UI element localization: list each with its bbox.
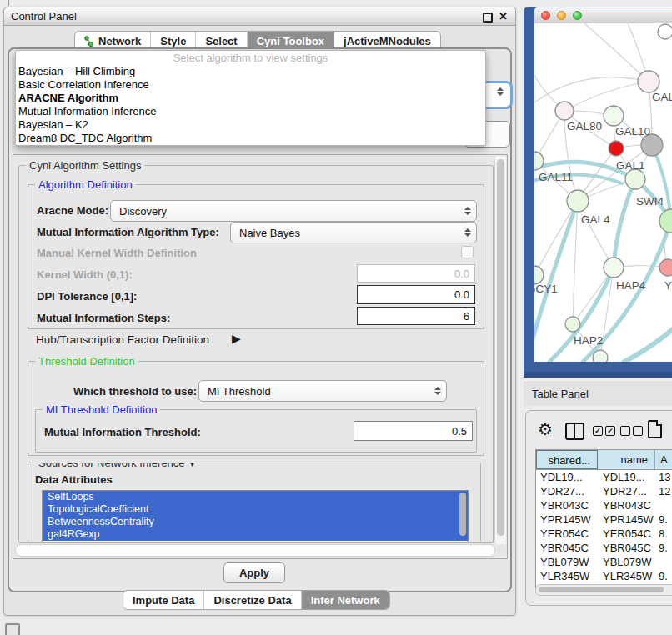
data-attributes-items: SelfLoopsTopologicalCoefficientBetweenne… bbox=[43, 491, 468, 541]
combo-value: MI Threshold bbox=[199, 385, 431, 398]
network-node[interactable] bbox=[659, 259, 672, 276]
table-row[interactable]: YLR345WYLR345W9. bbox=[536, 569, 672, 583]
control-panel-titlebar[interactable]: Control Panel ✕ bbox=[4, 8, 515, 26]
network-node[interactable] bbox=[565, 317, 580, 332]
data-attribute-item[interactable]: SelfLoops bbox=[43, 491, 468, 503]
algorithm-option[interactable]: Bayesian – Hill Climbing bbox=[16, 65, 485, 78]
algorithm-option[interactable]: ARACNE Algorithm bbox=[16, 92, 485, 105]
collapse-down-icon[interactable]: ▼ bbox=[188, 462, 197, 468]
table-cell: 8. bbox=[655, 527, 672, 541]
network-node[interactable] bbox=[609, 141, 624, 156]
table-cell: 13 bbox=[655, 470, 672, 484]
table-row[interactable]: YBR043CYBR043C bbox=[536, 498, 672, 512]
node-label: GAL bbox=[652, 91, 672, 103]
network-view-window[interactable]: GALGAL80GAL10GAL1SWI4GAL11GAL4GCY1HAP4YH… bbox=[524, 7, 672, 378]
sources-title-text: Sources for Network Inference bbox=[38, 462, 185, 469]
column-header[interactable]: A bbox=[655, 450, 672, 469]
table-horizontal-scrollbar[interactable] bbox=[535, 584, 672, 596]
screen: Control Panel ✕ Network Style Select Cyn… bbox=[0, 0, 672, 635]
apply-button[interactable]: Apply bbox=[223, 562, 285, 583]
network-edge-highlighted bbox=[614, 179, 635, 268]
algorithm-option[interactable]: Dream8 DC_TDC Algorithm bbox=[16, 132, 485, 145]
network-node[interactable] bbox=[659, 209, 672, 232]
combo-spinner-icon bbox=[461, 228, 474, 237]
columns-icon[interactable] bbox=[565, 422, 584, 440]
aracne-mode-combo[interactable]: Discovery bbox=[110, 200, 477, 222]
table-cell: YDR27... bbox=[598, 484, 655, 498]
close-traffic-light-icon[interactable] bbox=[541, 11, 550, 20]
table-row[interactable]: YPR145WYPR145W9. bbox=[536, 512, 672, 527]
manual-kernel-checkbox[interactable] bbox=[461, 246, 474, 258]
node-label: GAL80 bbox=[567, 120, 602, 132]
table-cell: YPR145W bbox=[536, 512, 598, 527]
scrollbar-thumb[interactable] bbox=[497, 159, 504, 536]
network-node[interactable] bbox=[567, 190, 589, 212]
network-node[interactable] bbox=[604, 106, 624, 126]
data-attribute-item[interactable]: TopologicalCoefficient bbox=[43, 503, 468, 516]
network-icon bbox=[84, 36, 94, 47]
expand-right-icon[interactable]: ▶ bbox=[232, 332, 241, 345]
table-cell: YDL19... bbox=[598, 470, 655, 484]
column-header[interactable]: name bbox=[598, 450, 655, 469]
gear-icon[interactable]: ⚙ bbox=[538, 419, 553, 439]
dpi-tolerance-field[interactable]: 0.0 bbox=[357, 285, 475, 304]
data-attributes-label: Data Attributes bbox=[35, 473, 113, 486]
select-all-columns-icon[interactable]: ✓ ✓ bbox=[593, 426, 615, 436]
deselect-all-columns-icon[interactable] bbox=[620, 426, 643, 436]
mi-threshold-field[interactable]: 0.5 bbox=[354, 421, 473, 441]
network-canvas[interactable]: GALGAL80GAL10GAL1SWI4GAL11GAL4GCY1HAP4YH… bbox=[534, 23, 672, 362]
zoom-traffic-light-icon[interactable] bbox=[573, 11, 582, 20]
network-node[interactable] bbox=[625, 169, 645, 189]
table-cell: YBR045C bbox=[536, 541, 598, 555]
float-window-icon[interactable] bbox=[483, 12, 493, 22]
table-cell: 12 bbox=[655, 484, 672, 498]
dpi-tolerance-label: DPI Tolerance [0,1]: bbox=[37, 290, 137, 302]
which-threshold-combo[interactable]: MI Threshold bbox=[198, 380, 447, 402]
table-row[interactable]: YDR27...YDR27...12 bbox=[536, 484, 672, 498]
algorithm-option[interactable]: Mutual Information Inference bbox=[16, 105, 485, 118]
sources-group: Sources for Network Inference ▼ Data Att… bbox=[28, 462, 481, 542]
vertical-scrollbar[interactable] bbox=[494, 156, 506, 544]
collapsed-panel-icon[interactable] bbox=[5, 623, 20, 635]
algorithm-option[interactable]: Bayesian – K2 bbox=[16, 118, 485, 132]
scrollbar-thumb[interactable] bbox=[539, 587, 664, 592]
table-row[interactable]: YBL079WYBL079W bbox=[536, 555, 672, 569]
network-node[interactable] bbox=[658, 24, 672, 39]
tab-label: Select bbox=[205, 35, 237, 48]
network-node[interactable] bbox=[604, 258, 624, 278]
column-header[interactable]: shared... bbox=[536, 450, 598, 469]
list-scrollbar-thumb[interactable] bbox=[459, 492, 466, 536]
network-node[interactable] bbox=[555, 102, 574, 120]
network-node[interactable] bbox=[593, 350, 608, 362]
data-attribute-item[interactable]: gal4RGexp bbox=[43, 528, 468, 541]
node-label: GCY1 bbox=[534, 282, 558, 295]
tab-impute-data[interactable]: Impute Data bbox=[123, 591, 204, 609]
mi-algorithm-type-combo[interactable]: Naive Bayes bbox=[230, 222, 477, 243]
table-cell: YBR043C bbox=[598, 498, 655, 512]
hub-section-label: Hub/Transcription Factor Definition bbox=[36, 333, 209, 346]
minimize-traffic-light-icon[interactable] bbox=[557, 11, 566, 20]
export-table-icon[interactable] bbox=[648, 420, 662, 438]
table-cell bbox=[655, 555, 672, 569]
horizontal-scrollbar[interactable] bbox=[15, 544, 495, 557]
close-icon[interactable]: ✕ bbox=[499, 10, 508, 22]
algorithm-definition-title: Algorithm Definition bbox=[35, 178, 136, 191]
algorithm-option[interactable]: Basic Correlation Inference bbox=[16, 78, 485, 92]
table-row[interactable]: YER054CYER054C8. bbox=[536, 527, 672, 541]
network-window-titlebar[interactable] bbox=[534, 8, 672, 24]
mi-steps-field[interactable]: 6 bbox=[357, 307, 475, 325]
tab-discretize-data[interactable]: Discretize Data bbox=[204, 591, 301, 609]
data-attribute-item[interactable]: BetweennessCentrality bbox=[43, 516, 468, 528]
network-node[interactable] bbox=[534, 266, 544, 284]
node-label: Y bbox=[664, 279, 672, 292]
table-cell: 9. bbox=[655, 569, 672, 583]
tab-label: Cyni Toolbox bbox=[257, 35, 324, 48]
table-panel-bar: Table Panel bbox=[524, 382, 672, 406]
kernel-width-field[interactable]: 0.0 bbox=[357, 264, 475, 282]
table-row[interactable]: YBR045CYBR045C9. bbox=[536, 541, 672, 555]
table-body: YDL19...YDL19...13YDR27...YDR27...12YBR0… bbox=[536, 470, 672, 588]
tab-infer-network[interactable]: Infer Network bbox=[302, 591, 389, 609]
network-node[interactable] bbox=[638, 71, 659, 92]
combo-value: Discovery bbox=[111, 205, 461, 218]
table-row[interactable]: YDL19...YDL19...13 bbox=[536, 470, 672, 484]
